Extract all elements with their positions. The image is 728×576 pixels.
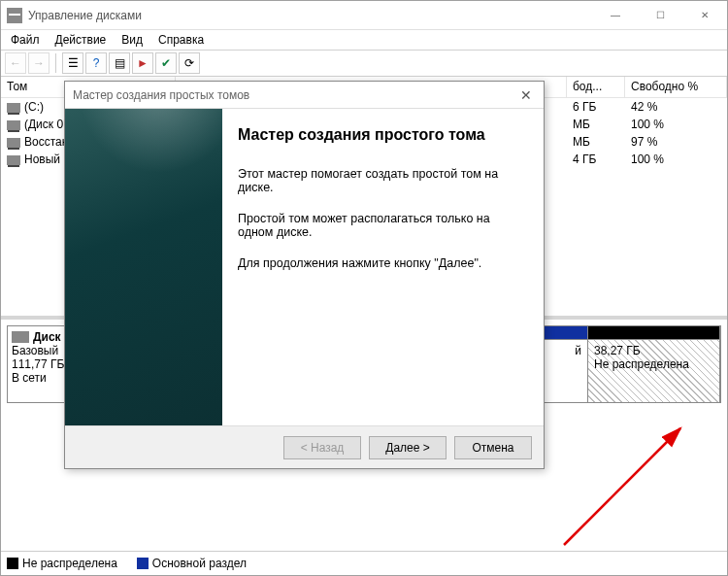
unalloc-status: Не распределена	[594, 357, 713, 371]
volume-free-pct: 100 %	[625, 152, 727, 167]
menu-action[interactable]: Действие	[50, 31, 113, 49]
volume-free: МБ	[567, 134, 625, 150]
partition-body: 38,27 ГБ Не распределена	[588, 340, 719, 402]
window-title: Управление дисками	[28, 9, 593, 22]
volume-name: Новый	[24, 152, 60, 166]
partition-visible-text: й	[575, 344, 581, 357]
col-free-header[interactable]: бод...	[567, 77, 625, 97]
wizard-heading: Мастер создания простого тома	[238, 126, 524, 144]
partition-header	[588, 326, 719, 340]
wizard-text-3: Для продолжения нажмите кнопку "Далее".	[238, 256, 524, 270]
volume-free-pct: 100 %	[625, 117, 727, 132]
minimize-button[interactable]: —	[593, 1, 638, 29]
toolbar: ← → ☰ ? ▤ ► ✔ ⟳	[1, 50, 727, 77]
wizard-footer: < Назад Далее > Отмена	[65, 425, 544, 468]
wizard-text-1: Этот мастер помогает создать простой том…	[238, 167, 524, 194]
col-free-pct-header[interactable]: Свободно %	[625, 77, 727, 97]
wizard-title-text: Мастер создания простых томов	[73, 88, 516, 102]
volume-name: (C:)	[24, 100, 44, 114]
volume-free: 6 ГБ	[567, 99, 625, 115]
titlebar: Управление дисками — ☐ ✕	[1, 1, 727, 30]
partition-unallocated[interactable]: 38,27 ГБ Не распределена	[588, 326, 720, 402]
menubar: Файл Действие Вид Справка	[1, 30, 727, 50]
show-hide-button[interactable]: ☰	[62, 52, 83, 74]
volume-free: МБ	[567, 117, 625, 132]
volume-icon	[7, 103, 20, 113]
menu-view[interactable]: Вид	[116, 31, 149, 49]
view-list-button[interactable]: ▤	[109, 52, 130, 74]
app-icon	[7, 8, 22, 23]
disk-management-window: Управление дисками — ☐ ✕ Файл Действие В…	[0, 0, 728, 576]
wizard-titlebar: Мастер создания простых томов ✕	[65, 82, 544, 109]
wizard-body: Мастер создания простого тома Этот масте…	[65, 109, 544, 425]
wizard-back-button: < Назад	[283, 436, 361, 459]
volume-icon	[7, 120, 20, 130]
volume-name: Восстан	[24, 135, 68, 149]
wizard-text-2: Простой том может располагаться только н…	[238, 212, 524, 239]
volume-free: 4 ГБ	[567, 152, 625, 167]
swatch-primary	[137, 558, 149, 569]
legend-primary: Основной раздел	[137, 557, 247, 570]
menu-file[interactable]: Файл	[5, 31, 46, 49]
wizard-banner-image	[65, 109, 222, 425]
volume-free-pct: 42 %	[625, 99, 727, 115]
window-controls: — ☐ ✕	[593, 1, 727, 29]
maximize-button[interactable]: ☐	[638, 1, 682, 29]
volume-icon	[7, 138, 20, 148]
wizard-main-panel: Мастер создания простого тома Этот масте…	[222, 109, 544, 425]
close-button[interactable]: ✕	[682, 1, 727, 29]
menu-help[interactable]: Справка	[152, 31, 210, 49]
toolbar-separator	[55, 53, 56, 73]
help-button[interactable]: ?	[85, 52, 107, 74]
legend: Не распределена Основной раздел	[1, 551, 727, 574]
unalloc-size: 38,27 ГБ	[594, 344, 713, 357]
disk-icon	[12, 331, 29, 343]
swatch-unallocated	[7, 558, 18, 569]
volume-icon	[7, 155, 20, 165]
refresh-button[interactable]: ⟳	[179, 52, 200, 74]
legend-unallocated: Не распределена	[7, 557, 117, 570]
volume-free-pct: 97 %	[625, 134, 727, 150]
settings-button[interactable]: ✔	[155, 52, 177, 74]
simple-volume-wizard-dialog: Мастер создания простых томов ✕ Мастер с…	[64, 81, 545, 469]
volume-name: (Диск 0	[24, 118, 63, 131]
action-button[interactable]: ►	[132, 52, 153, 74]
forward-button[interactable]: →	[28, 52, 50, 74]
back-button[interactable]: ←	[5, 52, 26, 74]
wizard-next-button[interactable]: Далее >	[369, 436, 447, 459]
wizard-cancel-button[interactable]: Отмена	[454, 436, 532, 459]
wizard-close-button[interactable]: ✕	[516, 85, 536, 105]
